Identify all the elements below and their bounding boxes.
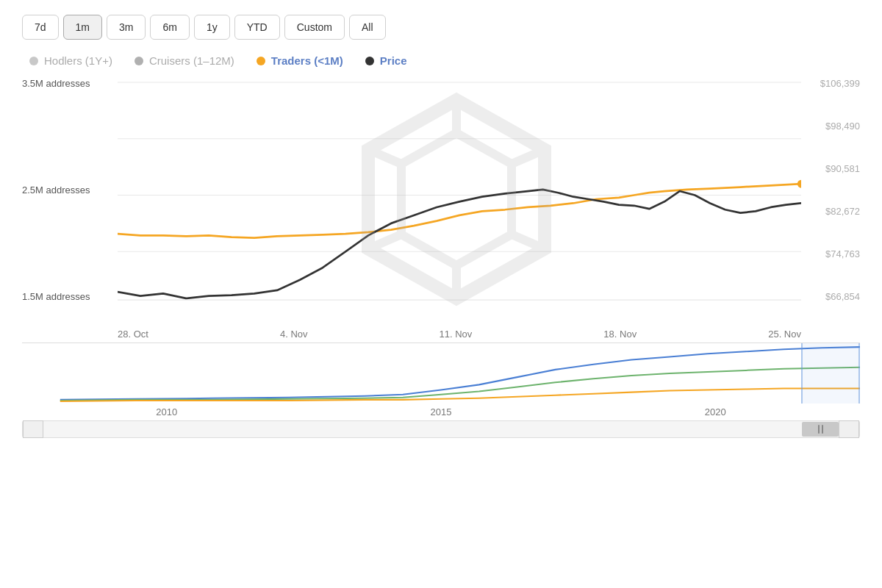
grip-line-2 [822, 425, 823, 434]
x-axis-label: 11. Nov [440, 329, 473, 340]
y-axis-right-label: $82,672 [806, 206, 860, 217]
navigator-x-label: 2010 [156, 406, 177, 417]
main-chart-wrapper: 3.5M addresses2.5M addresses1.5M address… [22, 74, 860, 324]
scroll-thumb-area [43, 421, 839, 437]
y-axis-right-label: $106,399 [806, 78, 860, 89]
filter-btn-all[interactable]: All [349, 15, 386, 40]
navigator-x-label: 2015 [431, 406, 452, 417]
x-axis: 28. Oct4. Nov11. Nov18. Nov25. Nov [22, 324, 860, 340]
y-axis-left: 3.5M addresses2.5M addresses1.5M address… [22, 74, 118, 324]
scroll-thumb-grip [818, 425, 823, 434]
navigator-x-label: 2020 [705, 406, 726, 417]
legend-item-cruisers[interactable]: Cruisers (1–12M) [135, 54, 234, 67]
filter-btn-6m[interactable]: 6m [150, 15, 189, 40]
svg-point-13 [797, 180, 801, 188]
filter-btn-3m[interactable]: 3m [107, 15, 146, 40]
scroll-thumb[interactable] [802, 422, 839, 437]
legend-label-price: Price [380, 54, 407, 67]
filter-btn-ytd[interactable]: YTD [234, 15, 280, 40]
y-axis-right-label: $66,854 [806, 291, 860, 302]
scroll-right-arrow[interactable] [839, 420, 859, 438]
y-axis-left-label: 2.5M addresses [22, 184, 110, 196]
x-axis-label: 18. Nov [603, 329, 637, 340]
scroll-left-arrow[interactable] [23, 420, 43, 438]
time-filter-bar: 7d1m3m6m1yYTDCustomAll [22, 15, 860, 40]
legend-label-hodlers: Hodlers (1Y+) [44, 54, 112, 67]
legend-item-hodlers[interactable]: Hodlers (1Y+) [29, 54, 112, 67]
legend-dot-price [365, 57, 374, 65]
y-axis-left-label: 3.5M addresses [22, 78, 110, 89]
main-container: 7d1m3m6m1yYTDCustomAll Hodlers (1Y+)Crui… [0, 0, 882, 588]
filter-btn-1m[interactable]: 1m [63, 15, 102, 40]
filter-btn-7d[interactable]: 7d [22, 15, 59, 40]
y-axis-left-label: 1.5M addresses [22, 291, 110, 302]
legend-dot-cruisers [135, 57, 143, 65]
navigator-chart [22, 343, 860, 404]
x-axis-label: 28. Oct [118, 329, 148, 340]
navigator-x-axis: 201020152020 [22, 404, 860, 420]
y-axis-right: $106,399$98,490$90,581$82,672$74,763$66,… [801, 74, 860, 324]
legend-label-traders: Traders (<1M) [271, 54, 343, 67]
y-axis-right-label: $98,490 [806, 121, 860, 132]
main-chart-canvas [118, 74, 801, 324]
legend-item-traders[interactable]: Traders (<1M) [257, 54, 343, 67]
filter-btn-custom[interactable]: Custom [284, 15, 345, 40]
legend-dot-hodlers [29, 57, 38, 65]
chart-section: 3.5M addresses2.5M addresses1.5M address… [22, 74, 860, 588]
x-axis-label: 25. Nov [768, 329, 801, 340]
scrollbar-track [22, 420, 860, 438]
legend-label-cruisers: Cruisers (1–12M) [149, 54, 234, 67]
main-chart-svg [118, 74, 801, 324]
grip-line-1 [818, 425, 820, 434]
chart-legend: Hodlers (1Y+)Cruisers (1–12M)Traders (<1… [22, 54, 860, 67]
x-axis-label: 4. Nov [280, 329, 308, 340]
filter-btn-1y[interactable]: 1y [194, 15, 230, 40]
y-axis-right-label: $90,581 [806, 163, 860, 174]
navigator-svg [22, 343, 860, 404]
y-axis-right-label: $74,763 [806, 248, 860, 259]
legend-item-price[interactable]: Price [365, 54, 407, 67]
legend-dot-traders [257, 57, 265, 65]
navigator-section: 201020152020 [22, 343, 860, 438]
